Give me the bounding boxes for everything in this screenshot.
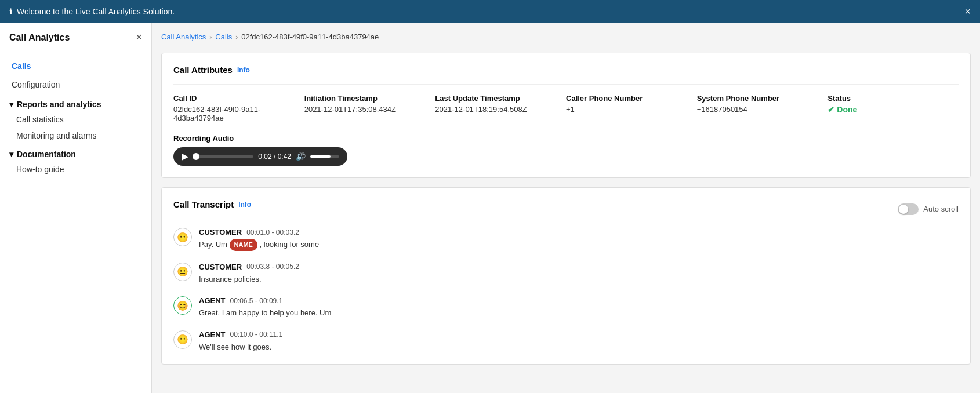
transcript-header: Call Transcript Info Auto scroll	[173, 199, 959, 219]
breadcrumb-separator-2: ›	[235, 33, 238, 41]
banner-close-button[interactable]: ×	[964, 6, 971, 18]
sidebar-header: Call Analytics ×	[0, 23, 151, 52]
entry-body-2: AGENT 00:06.5 - 00:09.1 Great. I am happ…	[199, 296, 331, 319]
toggle-knob	[899, 205, 908, 214]
attr-call-id: Call ID 02fdc162-483f-49f0-9a11-4d3ba437…	[173, 94, 304, 122]
transcript-entries: 😐 CUSTOMER 00:01.0 - 00:03.2 Pay. Um NAM…	[173, 228, 959, 352]
breadcrumb-current: 02fdc162-483f-49f0-9a11-4d3ba43794ae	[241, 32, 379, 41]
attributes-grid: Call ID 02fdc162-483f-49f0-9a11-4d3ba437…	[173, 84, 959, 122]
entry-text-3: We'll see how it goes.	[199, 341, 282, 353]
auto-scroll-label: Auto scroll	[923, 205, 959, 213]
auto-scroll-control: Auto scroll	[898, 203, 959, 215]
speaker-0: CUSTOMER	[199, 228, 242, 236]
main-content: Call Analytics › Calls › 02fdc162-483f-4…	[152, 23, 980, 393]
progress-bar[interactable]	[193, 155, 253, 158]
call-attributes-card: Call Attributes Info Call ID 02fdc162-48…	[161, 53, 971, 178]
entry-header-0: CUSTOMER 00:01.0 - 00:03.2	[199, 228, 319, 236]
play-button[interactable]: ▶	[182, 152, 188, 161]
entry-header-3: AGENT 00:10.0 - 00:11.1	[199, 330, 282, 339]
entry-text-2: Great. I am happy to help you here. Um	[199, 307, 331, 319]
sidebar-title: Call Analytics	[9, 32, 70, 43]
speaker-1: CUSTOMER	[199, 263, 242, 271]
attr-initiation-ts: Initiation Timestamp 2021-12-01T17:35:08…	[304, 94, 435, 122]
time-range-1: 00:03.8 - 00:05.2	[246, 263, 299, 271]
audio-player: ▶ 0:02 / 0:42 🔊	[173, 147, 347, 166]
sidebar-section-documentation[interactable]: ▾ Documentation	[0, 144, 151, 161]
volume-fill	[310, 155, 331, 158]
speaker-2: AGENT	[199, 296, 226, 305]
sidebar-item-configuration[interactable]: Configuration	[0, 75, 151, 94]
transcript-entries-container: 😐 CUSTOMER 00:01.0 - 00:03.2 Pay. Um NAM…	[173, 228, 959, 352]
recording-section: Recording Audio ▶ 0:02 / 0:42 🔊	[173, 134, 959, 166]
banner-content: ℹ Welcome to the Live Call Analytics Sol…	[9, 7, 175, 16]
speaker-3: AGENT	[199, 330, 226, 339]
attr-caller-phone: Caller Phone Number +1	[566, 94, 697, 122]
status-badge: ✔ Done	[827, 105, 945, 114]
transcript-entry-2: 😊 AGENT 00:06.5 - 00:09.1 Great. I am ha…	[173, 296, 959, 319]
sidebar-section-reports-label: Reports and analytics	[17, 100, 101, 109]
recording-label: Recording Audio	[173, 134, 959, 143]
sidebar: Call Analytics × Calls Configuration ▾ R…	[0, 23, 152, 393]
auto-scroll-toggle[interactable]	[898, 203, 919, 215]
breadcrumb-separator-1: ›	[209, 33, 212, 41]
entry-header-2: AGENT 00:06.5 - 00:09.1	[199, 296, 331, 305]
entry-body-3: AGENT 00:10.0 - 00:11.1 We'll see how it…	[199, 330, 282, 353]
entry-text-0: Pay. Um NAME , looking for some	[199, 239, 319, 251]
chevron-down-icon-doc: ▾	[9, 150, 13, 159]
avatar-1: 😐	[173, 263, 192, 281]
call-attributes-info[interactable]: Info	[237, 66, 250, 74]
volume-bar[interactable]	[310, 155, 339, 158]
entry-body-0: CUSTOMER 00:01.0 - 00:03.2 Pay. Um NAME …	[199, 228, 319, 251]
time-display: 0:02 / 0:42	[258, 152, 291, 161]
entry-text-1: Insurance policies.	[199, 274, 299, 285]
time-range-0: 00:01.0 - 00:03.2	[246, 228, 299, 236]
notification-banner: ℹ Welcome to the Live Call Analytics Sol…	[0, 0, 980, 23]
avatar-3: 😐	[173, 330, 192, 349]
transcript-info[interactable]: Info	[238, 201, 251, 209]
progress-dot	[193, 153, 199, 160]
chevron-down-icon: ▾	[9, 100, 13, 109]
time-range-3: 00:10.0 - 00:11.1	[230, 330, 283, 339]
sidebar-section-documentation-label: Documentation	[17, 150, 76, 159]
sidebar-item-monitoring[interactable]: Monitoring and alarms	[0, 128, 151, 144]
transcript-entry-0: 😐 CUSTOMER 00:01.0 - 00:03.2 Pay. Um NAM…	[173, 228, 959, 251]
attr-system-phone: System Phone Number +16187050154	[697, 94, 828, 122]
sidebar-item-call-statistics[interactable]: Call statistics	[0, 111, 151, 128]
breadcrumb-calls[interactable]: Calls	[215, 32, 232, 41]
breadcrumb: Call Analytics › Calls › 02fdc162-483f-4…	[161, 32, 971, 41]
sidebar-item-how-to-guide[interactable]: How-to guide	[0, 161, 151, 177]
check-circle-icon: ✔	[827, 105, 834, 114]
sidebar-navigation: Calls Configuration ▾ Reports and analyt…	[0, 52, 151, 182]
sidebar-close-button[interactable]: ×	[136, 31, 142, 43]
name-badge-0: NAME	[230, 239, 257, 251]
info-icon: ℹ	[9, 7, 12, 16]
volume-icon: 🔊	[296, 152, 306, 161]
attr-status: Status ✔ Done	[827, 94, 959, 122]
time-range-2: 00:06.5 - 00:09.1	[230, 297, 283, 305]
breadcrumb-call-analytics[interactable]: Call Analytics	[161, 32, 206, 41]
transcript-entry-3: 😐 AGENT 00:10.0 - 00:11.1 We'll see how …	[173, 330, 959, 353]
avatar-2: 😊	[173, 296, 192, 315]
main-layout: Call Analytics × Calls Configuration ▾ R…	[0, 23, 980, 393]
transcript-entry-1: 😐 CUSTOMER 00:03.8 - 00:05.2 Insurance p…	[173, 263, 959, 285]
banner-message: Welcome to the Live Call Analytics Solut…	[17, 7, 175, 16]
attr-last-update-ts: Last Update Timestamp 2021-12-01T18:19:5…	[435, 94, 566, 122]
entry-body-1: CUSTOMER 00:03.8 - 00:05.2 Insurance pol…	[199, 263, 299, 285]
call-transcript-card: Call Transcript Info Auto scroll 😐	[161, 187, 971, 365]
transcript-title: Call Transcript Info	[173, 199, 251, 209]
entry-header-1: CUSTOMER 00:03.8 - 00:05.2	[199, 263, 299, 271]
sidebar-item-calls[interactable]: Calls	[0, 57, 151, 75]
avatar-0: 😐	[173, 228, 192, 246]
sidebar-section-reports[interactable]: ▾ Reports and analytics	[0, 94, 151, 111]
call-attributes-title: Call Attributes Info	[173, 65, 959, 75]
